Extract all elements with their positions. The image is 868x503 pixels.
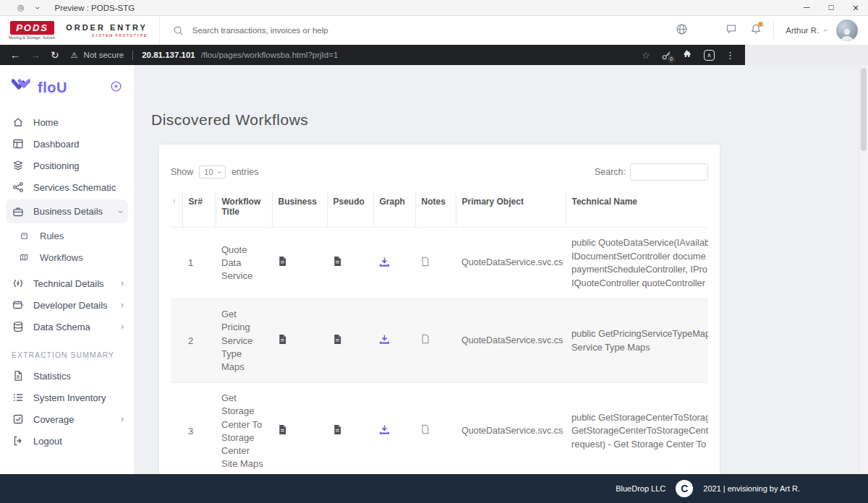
- product-title: ORDER ENTRY: [66, 23, 148, 32]
- cell-notes[interactable]: [415, 299, 456, 383]
- cell-business[interactable]: [272, 299, 327, 383]
- window-chevron-icon[interactable]: ›: [33, 7, 43, 9]
- sidebar-item-home[interactable]: Home: [0, 111, 134, 133]
- cell-pseudo[interactable]: [327, 383, 373, 474]
- col-sr[interactable]: Sr#: [182, 192, 216, 228]
- search-icon: [173, 25, 184, 36]
- brand-name: floU: [38, 79, 67, 96]
- cell-workflow-title: Get Pricing Service Type Maps: [216, 299, 272, 383]
- col-pseudo[interactable]: Pseudo: [327, 192, 373, 228]
- sort-icon[interactable]: ↑: [171, 192, 182, 228]
- cell-pseudo[interactable]: [327, 299, 373, 383]
- sidebar-item-statistics[interactable]: Statistics: [0, 365, 134, 387]
- notifications-bell-icon[interactable]: [750, 23, 762, 38]
- table-row[interactable]: 1 Quote Data Service Q: [171, 228, 708, 299]
- global-search: [173, 25, 402, 36]
- col-primary-object[interactable]: Primary Object: [456, 192, 566, 228]
- col-technical-name[interactable]: Technical Name: [566, 192, 708, 228]
- user-name[interactable]: Arthur R.: [786, 26, 819, 35]
- scrollbar-thumb[interactable]: [861, 68, 867, 151]
- col-graph[interactable]: Graph: [373, 192, 415, 228]
- minimize-button[interactable]: ─: [794, 2, 819, 14]
- address-bar[interactable]: ⚠ Not secure 20.81.137.101/flou/pages/wo…: [71, 51, 339, 60]
- cell-technical-name: public QuoteDataService(IAvailab IDocume…: [566, 228, 708, 299]
- table-row[interactable]: 3 Get Storage Center To Storage Center S…: [171, 383, 708, 474]
- forward-icon[interactable]: →: [30, 49, 41, 61]
- sidebar-item-label: Statistics: [33, 371, 71, 382]
- page-size-select[interactable]: 10 ›: [199, 165, 226, 179]
- table-row[interactable]: 2 Get Pricing Service Type Maps: [171, 299, 708, 383]
- sidebar-item-data-schema[interactable]: Data Schema ›: [0, 316, 134, 338]
- sidebar-item-label: Developer Details: [33, 300, 108, 311]
- product-title-block: ORDER ENTRY SYSTEM PROTOTYPE: [66, 23, 148, 38]
- cell-sr: 2: [182, 299, 216, 383]
- sidebar-item-label: Technical Details: [33, 278, 104, 289]
- bookmark-star-icon[interactable]: ☆: [642, 50, 650, 61]
- table-search-input[interactable]: [630, 163, 708, 181]
- sidebar-item-workflows[interactable]: Workflows: [0, 246, 134, 268]
- graph-download-icon[interactable]: [379, 334, 390, 348]
- graph-download-icon[interactable]: [379, 424, 390, 438]
- user-menu-chevron-icon[interactable]: ›: [822, 29, 830, 32]
- cell-business[interactable]: [272, 383, 327, 474]
- sidebar-item-system-inventory[interactable]: System Inventory: [0, 387, 134, 408]
- sidebar-item-rules[interactable]: Rules: [0, 225, 134, 246]
- cell-graph[interactable]: [373, 383, 415, 474]
- cell-business[interactable]: [272, 228, 327, 299]
- cell-notes[interactable]: [415, 383, 456, 474]
- sidebar-item-positioning[interactable]: Positioning: [0, 155, 134, 176]
- cell-graph[interactable]: [373, 299, 415, 383]
- sidebar-item-label: System Inventory: [33, 392, 106, 403]
- globe-icon[interactable]: [676, 23, 688, 38]
- password-key-icon[interactable]: 0: [661, 50, 672, 61]
- col-workflow-title[interactable]: Workflow Title: [216, 192, 272, 228]
- sidebar-item-logout[interactable]: Logout: [0, 430, 134, 452]
- extensions-puzzle-icon[interactable]: [683, 49, 693, 61]
- pods-logo[interactable]: PODS Moving & Storage, Solved.: [9, 21, 56, 40]
- pods-tagline: Moving & Storage, Solved.: [9, 35, 56, 40]
- sidebar-item-label: Dashboard: [33, 139, 80, 150]
- sidebar-item-coverage[interactable]: Coverage ›: [0, 408, 134, 430]
- scroll-top-extension-icon[interactable]: ∧: [704, 50, 715, 61]
- notes-doc-icon[interactable]: [421, 334, 430, 348]
- entries-label: entries: [231, 167, 259, 177]
- url-host: 20.81.137.101: [142, 51, 195, 59]
- business-doc-icon[interactable]: [278, 256, 287, 270]
- page-scrollbar[interactable]: [859, 65, 868, 474]
- sidebar-item-dashboard[interactable]: Dashboard: [0, 133, 134, 155]
- browser-menu-icon[interactable]: ⋮: [726, 50, 735, 61]
- cell-graph[interactable]: [373, 228, 415, 299]
- main-content: Discovered Workflows Show 10 › entries S…: [135, 65, 868, 474]
- notes-doc-icon[interactable]: [421, 424, 430, 438]
- sidebar: floU Home Dashboard: [0, 65, 135, 474]
- cell-sr: 1: [182, 228, 216, 299]
- copyright-logo: C: [676, 480, 693, 497]
- chat-icon[interactable]: [726, 23, 737, 38]
- maximize-button[interactable]: □: [819, 2, 843, 14]
- pseudo-doc-icon[interactable]: [333, 334, 342, 348]
- global-search-input[interactable]: [192, 26, 402, 35]
- notes-doc-icon[interactable]: [421, 257, 430, 270]
- close-button[interactable]: ×: [843, 2, 868, 14]
- sidebar-item-business-details[interactable]: Business Details ›: [6, 199, 128, 223]
- row-sort-spacer: [171, 383, 182, 474]
- business-doc-icon[interactable]: [278, 334, 287, 348]
- business-doc-icon[interactable]: [278, 424, 287, 439]
- back-icon[interactable]: ←: [10, 49, 20, 61]
- pseudo-doc-icon[interactable]: [333, 256, 342, 270]
- pseudo-doc-icon[interactable]: [333, 424, 342, 439]
- col-notes[interactable]: Notes: [415, 192, 456, 228]
- reload-icon[interactable]: ↻: [51, 49, 59, 61]
- graph-download-icon[interactable]: [379, 257, 390, 270]
- sidebar-item-technical-details[interactable]: Technical Details ›: [0, 272, 134, 294]
- cell-pseudo[interactable]: [327, 228, 373, 299]
- col-business[interactable]: Business: [272, 192, 327, 228]
- sidebar-item-developer-details[interactable]: Developer Details ›: [0, 294, 134, 316]
- record-icon[interactable]: ◎: [17, 3, 25, 12]
- table-header-row: ↑ Sr# Workflow Title Business Pseudo Gra…: [171, 192, 708, 228]
- list-icon: [12, 392, 24, 403]
- user-avatar[interactable]: [836, 20, 858, 41]
- sidebar-pin-icon[interactable]: [110, 80, 122, 95]
- cell-notes[interactable]: [415, 228, 456, 299]
- sidebar-item-services-schematic[interactable]: Services Schematic: [0, 176, 134, 198]
